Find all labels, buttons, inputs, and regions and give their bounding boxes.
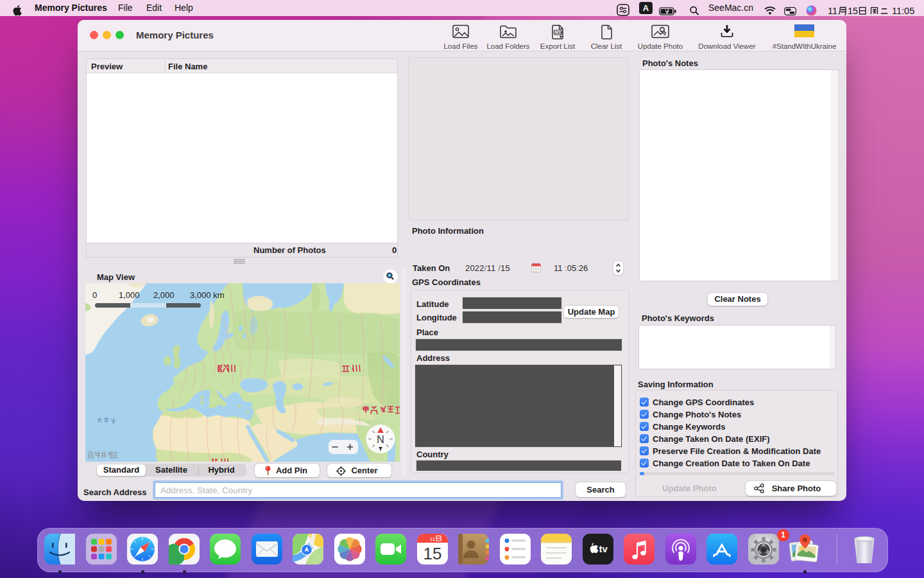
svg-text:2,000: 2,000 <box>153 290 175 300</box>
svg-text:11:05: 11:05 <box>892 6 914 16</box>
svg-text:3,000 km: 3,000 km <box>190 290 224 300</box>
svg-text:1,000: 1,000 <box>119 290 140 300</box>
svg-text:15: 15 <box>423 544 441 563</box>
svg-text:11: 11 <box>828 6 837 16</box>
svg-text:15: 15 <box>848 6 858 16</box>
svg-text:N: N <box>377 434 384 445</box>
svg-text:11: 11 <box>429 536 435 542</box>
svg-text:tv: tv <box>599 543 608 554</box>
svg-text:CSV: CSV <box>555 31 563 35</box>
svg-text:0: 0 <box>92 290 97 300</box>
